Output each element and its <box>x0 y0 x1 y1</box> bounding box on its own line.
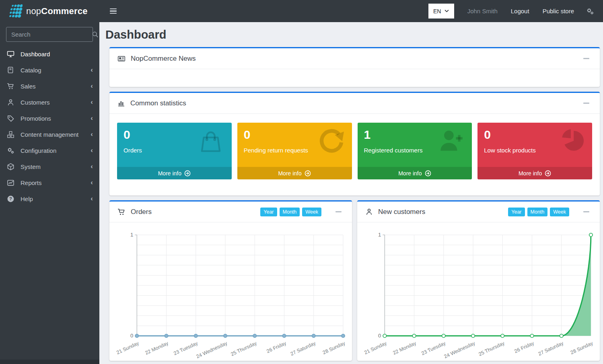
minus-icon <box>583 58 589 59</box>
gears-icon <box>6 147 14 154</box>
stat-card-orders: 0 Orders More info <box>117 123 232 179</box>
search-icon[interactable] <box>91 31 99 38</box>
brand-logo[interactable]: nopCommerce <box>0 0 99 22</box>
cart-icon <box>117 208 126 216</box>
sidebar-item-label: Content management <box>21 131 78 138</box>
sidebar-item-label: Help <box>21 195 33 202</box>
sidebar-item-promotions[interactable]: Promotions ‹ <box>0 110 99 126</box>
news-panel: NopCommerce News <box>109 47 600 87</box>
sidebar-item-label: Catalog <box>21 67 41 74</box>
month-button[interactable]: Month <box>280 208 300 216</box>
svg-text:26 Friday: 26 Friday <box>265 340 287 354</box>
sidebar-item-content-management[interactable]: Content management ‹ <box>0 126 99 142</box>
sidebar-item-label: Dashboard <box>21 51 50 58</box>
sidebar-item-customers[interactable]: Customers ‹ <box>0 94 99 110</box>
svg-text:23 Tuesday: 23 Tuesday <box>173 340 199 356</box>
month-button[interactable]: Month <box>527 208 548 216</box>
tag-icon <box>6 115 14 122</box>
chart-line-icon <box>6 179 14 187</box>
week-button[interactable]: Week <box>302 208 321 216</box>
charts-row: Orders Year Month Week 0121 Sunday22 Mon… <box>109 200 600 364</box>
search-input[interactable] <box>6 31 91 38</box>
svg-text:24 Wednesday: 24 Wednesday <box>443 340 476 360</box>
user-plus-icon <box>436 128 465 156</box>
topbar: nopCommerce EN John Smith Logout Public … <box>0 0 603 22</box>
sidebar-search <box>6 27 93 42</box>
shopping-bag-icon <box>196 128 225 156</box>
chevron-left-icon: ‹ <box>91 179 93 186</box>
statistics-panel-header: Common statistics <box>109 93 600 114</box>
sidebar: Dashboard Catalog ‹ Sales ‹ Customers ‹ … <box>0 22 99 364</box>
sidebar-item-help[interactable]: Help ‹ <box>0 191 99 207</box>
news-panel-header: NopCommerce News <box>109 48 600 69</box>
more-info-link[interactable]: More info <box>237 167 352 179</box>
more-info-link[interactable]: More info <box>477 167 592 179</box>
orders-chart-title: Orders <box>131 208 152 216</box>
main-content: Dashboard NopCommerce News Common statis… <box>99 0 603 364</box>
collapse-button[interactable] <box>581 209 592 215</box>
sidebar-bottom-strip <box>0 360 99 364</box>
orders-line-chart: 0121 Sunday22 Monday23 Tuesday24 Wednesd… <box>113 224 348 361</box>
new-customers-line-chart: 0121 Sunday22 Monday23 Tuesday24 Wednesd… <box>361 224 596 361</box>
sidebar-item-catalog[interactable]: Catalog ‹ <box>0 62 99 78</box>
brand-dots-icon <box>4 3 23 19</box>
period-buttons: Year Month Week <box>260 208 321 216</box>
sidebar-item-dashboard[interactable]: Dashboard <box>0 46 99 62</box>
svg-text:23 Tuesday: 23 Tuesday <box>420 340 447 356</box>
sidebar-item-label: System <box>21 163 41 170</box>
svg-text:28 Sunday: 28 Sunday <box>570 340 594 356</box>
language-select[interactable]: EN <box>428 4 454 19</box>
minus-icon <box>583 211 589 212</box>
period-buttons: Year Month Week <box>508 208 569 216</box>
collapse-button[interactable] <box>333 209 344 215</box>
minus-icon <box>583 103 589 104</box>
collapse-button[interactable] <box>581 56 592 62</box>
new-customers-chart-panel: New customers Year Month Week 0121 Sunda… <box>357 200 600 361</box>
sidebar-item-configuration[interactable]: Configuration ‹ <box>0 142 99 158</box>
sidebar-item-reports[interactable]: Reports ‹ <box>0 175 99 191</box>
year-button[interactable]: Year <box>260 208 277 216</box>
sidebar-item-label: Customers <box>21 99 50 106</box>
statistics-panel: Common statistics 0 Orders More info <box>109 92 600 195</box>
svg-text:0: 0 <box>378 333 381 339</box>
statistics-cards: 0 Orders More info 0 Pending return requ… <box>109 114 600 195</box>
public-store-link[interactable]: Public store <box>543 8 574 14</box>
collapse-button[interactable] <box>581 100 592 106</box>
question-circle-icon <box>6 195 14 203</box>
sidebar-item-system[interactable]: System ‹ <box>0 158 99 175</box>
statistics-panel-title: Common statistics <box>130 99 186 107</box>
arrow-circle-right-icon <box>184 170 191 177</box>
chevron-left-icon: ‹ <box>91 131 93 138</box>
new-customers-chart-body: 0121 Sunday22 Monday23 Tuesday24 Wednesd… <box>357 222 600 361</box>
sidebar-item-sales[interactable]: Sales ‹ <box>0 78 99 94</box>
user-name: John Smith <box>467 8 498 14</box>
sidebar-toggle-button[interactable] <box>107 6 119 16</box>
chevron-left-icon: ‹ <box>91 195 93 202</box>
page-title: Dashboard <box>105 28 600 41</box>
year-button[interactable]: Year <box>508 208 525 216</box>
more-info-link[interactable]: More info <box>117 167 232 179</box>
svg-text:1: 1 <box>378 232 381 238</box>
week-button[interactable]: Week <box>550 208 569 216</box>
cubes-icon <box>6 131 14 138</box>
newspaper-icon <box>117 55 126 63</box>
user-icon <box>6 99 14 106</box>
brand-name: nopCommerce <box>26 6 88 16</box>
topbar-actions: EN John Smith Logout Public store <box>428 4 603 19</box>
minus-icon <box>335 211 342 212</box>
sidebar-item-label: Sales <box>21 83 36 90</box>
logout-link[interactable]: Logout <box>511 8 529 14</box>
svg-text:26 Friday: 26 Friday <box>513 340 535 354</box>
stat-card-registered-customers: 1 Registered customers More info <box>358 123 472 179</box>
svg-text:25 Thursday: 25 Thursday <box>478 340 506 357</box>
settings-gear-icon[interactable] <box>586 7 594 15</box>
svg-text:21 Sunday: 21 Sunday <box>363 340 388 356</box>
svg-text:28 Sunday: 28 Sunday <box>322 340 346 356</box>
pie-chart-icon <box>558 128 586 156</box>
more-info-link[interactable]: More info <box>358 167 472 179</box>
svg-text:24 Wednesday: 24 Wednesday <box>196 340 228 360</box>
svg-text:21 Sunday: 21 Sunday <box>115 340 140 356</box>
orders-chart-panel: Orders Year Month Week 0121 Sunday22 Mon… <box>109 200 352 361</box>
cart-icon <box>6 82 14 90</box>
book-icon <box>6 66 14 74</box>
